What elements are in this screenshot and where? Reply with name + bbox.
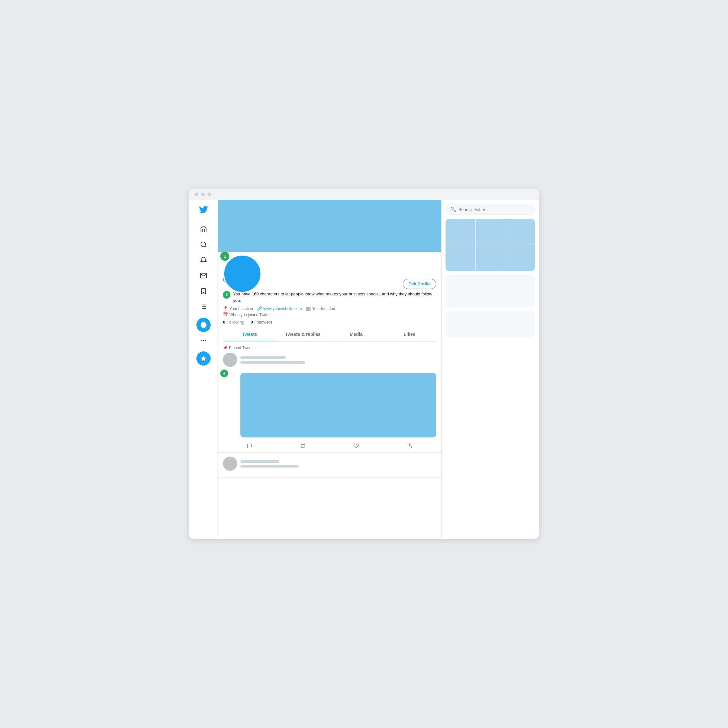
following-stat[interactable]: 0 Following <box>223 320 244 324</box>
browser-dot-red <box>194 193 198 196</box>
step-badge-4-wrapper: 4 <box>220 370 228 377</box>
trending-widget <box>445 219 535 271</box>
svg-point-0 <box>200 242 205 247</box>
trending-cell-5 <box>476 245 505 271</box>
reply-icon <box>247 443 252 448</box>
pinned-tweet-content: 4 <box>223 370 436 441</box>
website-item[interactable]: 🔗 www.yourwebsite.com <box>257 306 302 311</box>
second-tweet-header <box>223 457 436 471</box>
sidebar-item-notifications[interactable] <box>196 253 211 267</box>
tweet-handle-placeholder <box>240 361 305 364</box>
cover-photo <box>218 200 441 252</box>
founded-text: Year founded <box>312 306 335 311</box>
sidebar-item-home[interactable] <box>196 222 211 236</box>
pinned-tweet-avatar <box>223 353 237 367</box>
main-content: 1 Edit Profile 2 Name @name 3 You have 1… <box>218 200 442 539</box>
sidebar-item-messages[interactable] <box>196 269 211 283</box>
tab-media[interactable]: Media <box>330 328 383 341</box>
sidebar-item-bookmarks[interactable] <box>196 284 211 298</box>
svg-point-9 <box>203 340 204 341</box>
search-input[interactable] <box>459 207 530 212</box>
joined-item: 📅 When you joined Twitter <box>223 312 271 317</box>
sidebar <box>189 200 218 539</box>
twitter-logo[interactable] <box>199 205 208 216</box>
founded-item: 🏢 Year founded <box>306 306 335 311</box>
second-tweet-card <box>218 453 441 477</box>
trending-cell-6 <box>505 245 535 271</box>
avatar-wrapper: 1 <box>223 254 262 293</box>
profile-info-area: 1 Edit Profile 2 Name @name 3 You have 1… <box>218 275 441 342</box>
second-tweet-names <box>240 460 436 468</box>
browser-dot-yellow <box>201 193 205 196</box>
like-icon <box>354 443 359 448</box>
location-icon: 📍 <box>223 306 228 311</box>
svg-point-8 <box>200 322 206 328</box>
search-icon: 🔍 <box>450 207 456 212</box>
following-count: 0 <box>223 320 225 324</box>
followers-stat[interactable]: 0 Followers <box>251 320 272 324</box>
reply-button[interactable] <box>247 443 252 448</box>
tab-tweets-replies[interactable]: Tweets & replies <box>276 328 330 341</box>
retweet-button[interactable] <box>300 443 306 448</box>
sidebar-tweet-button[interactable] <box>196 352 211 366</box>
calendar-icon: 🏢 <box>306 306 311 311</box>
pin-icon: 📌 <box>223 346 228 350</box>
location-text: Your Location <box>229 306 253 311</box>
tab-likes[interactable]: Likes <box>383 328 436 341</box>
website-link[interactable]: www.yourwebsite.com <box>263 306 302 311</box>
pinned-tweet-card: 📌 Pinned Tweet 4 <box>218 342 441 453</box>
trending-cell-2 <box>476 219 505 245</box>
pinned-text: Pinned Tweet <box>229 346 253 350</box>
followers-label: Followers <box>254 320 272 324</box>
browser-content: 1 Edit Profile 2 Name @name 3 You have 1… <box>189 200 539 539</box>
profile-tabs: Tweets Tweets & replies Media Likes <box>223 328 436 342</box>
tweet-actions <box>223 441 436 448</box>
sidebar-item-explore[interactable] <box>196 237 211 252</box>
following-label: Following <box>226 320 244 324</box>
sidebar-item-lists[interactable] <box>196 300 211 314</box>
trending-cell-4 <box>445 245 475 271</box>
retweet-icon <box>300 443 306 448</box>
pinned-tweet-body <box>240 370 436 441</box>
step-badge-4: 4 <box>220 370 228 377</box>
trending-grid <box>445 219 535 271</box>
link-icon: 🔗 <box>257 306 262 311</box>
second-tweet-avatar <box>223 457 237 471</box>
svg-point-11 <box>201 340 202 341</box>
step-badge-1: 1 <box>220 252 229 261</box>
joined-icon: 📅 <box>223 312 228 317</box>
svg-line-1 <box>205 246 206 247</box>
trending-cell-1 <box>445 219 475 245</box>
sidebar-compose-button[interactable] <box>196 318 211 332</box>
trends-widget <box>445 311 535 337</box>
search-bar[interactable]: 🔍 <box>445 204 535 215</box>
share-button[interactable] <box>407 443 412 448</box>
second-tweet-handle-placeholder <box>240 465 299 468</box>
like-button[interactable] <box>354 443 359 448</box>
trending-cell-3 <box>505 219 535 245</box>
share-icon <box>407 443 412 448</box>
browser-window: 1 Edit Profile 2 Name @name 3 You have 1… <box>189 189 539 539</box>
pinned-tweet-header <box>223 353 436 367</box>
sidebar-item-more[interactable] <box>196 333 211 347</box>
pinned-label: 📌 Pinned Tweet <box>223 346 436 350</box>
who-to-follow-widget <box>445 275 535 307</box>
joined-row: 📅 When you joined Twitter <box>223 312 436 317</box>
avatar <box>223 254 262 293</box>
profile-header: 1 Edit Profile 2 Name @name 3 You have 1… <box>218 200 441 342</box>
edit-profile-button[interactable]: Edit Profile <box>403 279 436 289</box>
meta-row: 📍 Your Location 🔗 www.yourwebsite.com 🏢 … <box>223 306 436 311</box>
svg-point-10 <box>205 340 206 341</box>
stats-row: 0 Following 0 Followers <box>223 320 436 324</box>
pinned-tweet-names <box>240 356 436 364</box>
tweet-media-image <box>240 373 436 437</box>
joined-text: When you joined Twitter <box>229 312 271 317</box>
right-sidebar: 🔍 <box>442 200 539 539</box>
tweet-name-placeholder <box>240 356 286 359</box>
bio-text: You have 160 characters to let people kn… <box>233 291 436 303</box>
tab-tweets[interactable]: Tweets <box>223 328 276 341</box>
followers-count: 0 <box>251 320 253 324</box>
second-tweet-name-placeholder <box>240 460 279 463</box>
location-item: 📍 Your Location <box>223 306 253 311</box>
browser-dot-green <box>207 193 211 196</box>
